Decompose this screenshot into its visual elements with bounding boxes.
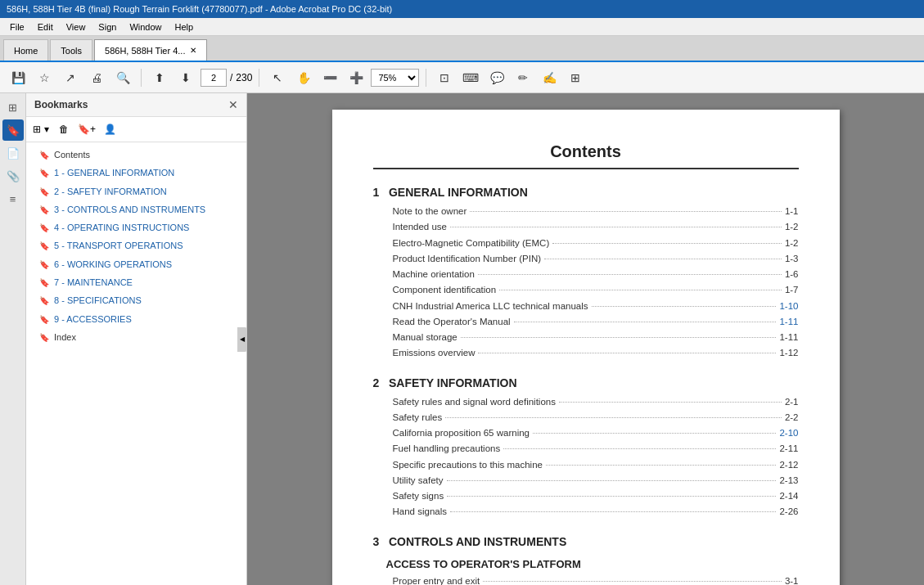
menu-bar: File Edit View Sign Window Help [0,18,924,36]
menu-view[interactable]: View [60,20,92,34]
toc-page: 1-1 [785,205,799,218]
menu-help[interactable]: Help [169,20,201,34]
toc-page: 2-11 [779,442,798,456]
pdf-content-area[interactable]: Contents 1 GENERAL INFORMATION Note to t… [247,93,924,585]
sidebar-icon-layers[interactable]: ≡ [2,188,24,209]
tab-document-label: 586H, 588H Tier 4... [105,46,185,56]
toc-dots [450,511,776,512]
bookmarks-new-btn[interactable]: 🔖+ [77,120,97,138]
menu-sign[interactable]: Sign [92,20,123,34]
bookmark-4[interactable]: 🔖 4 - OPERATING INSTRUCTIONS [26,218,246,236]
zoom-in-button[interactable]: ➕ [345,66,367,89]
toc-page: 1-3 [785,252,799,266]
share-button[interactable]: ↗ [59,66,82,89]
toc-page: 1-2 [785,236,799,250]
toc-entry: California proposition 65 warning 2-10 [373,425,799,441]
entry-text: Machine orientation [393,268,475,281]
toc-page: 2-26 [779,505,798,519]
bookmark-icon: 🔖 [39,314,49,325]
panel-wrapper: Bookmarks ✕ ⊞ ▾ 🗑 🔖+ 👤 🔖 Contents 🔖 1 - … [26,93,247,585]
search-button[interactable]: 🔍 [111,66,134,89]
sign-button[interactable]: ✍ [538,66,561,89]
sidebar-icon-attachments[interactable]: 📎 [2,165,24,187]
hand-tool[interactable]: ✋ [292,66,315,89]
toc-page: 1-12 [779,346,798,360]
total-pages: 230 [236,72,252,83]
toc-page: 1-7 [785,283,799,297]
bookmark-index[interactable]: 🔖 Index [26,328,246,346]
sidebar-icon-pages[interactable]: 📄 [2,142,24,164]
tab-tools-label: Tools [61,46,82,56]
bookmark-contents[interactable]: 🔖 Contents [26,146,246,164]
toc-entry: Read the Operator's Manual 1-11 [373,314,799,330]
bookmarks-search-btn[interactable]: 👤 [100,120,119,138]
menu-file[interactable]: File [3,20,31,34]
bookmark-add-button[interactable]: ☆ [33,66,56,89]
toc-section-1-header: 1 GENERAL INFORMATION [373,186,799,199]
tab-home[interactable]: Home [3,39,48,61]
separator-2 [259,69,259,87]
zoom-out-button[interactable]: ➖ [318,66,341,89]
page-number-input[interactable] [201,69,227,87]
bookmark-9[interactable]: 🔖 9 - ACCESSORIES [26,310,246,328]
entry-text: Hand signals [393,505,447,519]
main-layout: ⊞ 🔖 📄 📎 ≡ Bookmarks ✕ ⊞ ▾ 🗑 🔖+ 👤 🔖 Conte… [0,93,924,585]
entry-text: Intended use [393,220,448,234]
bookmark-3[interactable]: 🔖 3 - CONTROLS AND INSTRUMENTS [26,200,246,218]
bookmark-1[interactable]: 🔖 1 - GENERAL INFORMATION [26,164,246,182]
entry-text: Read the Operator's Manual [393,315,511,329]
bookmark-5[interactable]: 🔖 5 - TRANSPORT OPERATIONS [26,236,246,254]
typewriter-button[interactable]: ⌨ [459,66,482,89]
toc-entry: Product Identification Number (PIN) 1-3 [373,251,799,267]
entry-text: CNH Industrial America LLC technical man… [393,299,588,313]
sidebar-icon-bookmarks[interactable]: 🔖 [2,119,24,141]
toc-dots [552,243,782,244]
toc-entry: Intended use 1-2 [373,219,799,235]
toc-page: 2-13 [779,474,798,488]
toc-page: 2-12 [779,458,798,472]
save-button[interactable]: 💾 [7,66,29,89]
toc-entry: Fuel handling precautions 2-11 [373,441,799,457]
toc-entry: Utility safety 2-13 [373,473,799,488]
tab-close-icon[interactable]: ✕ [190,46,196,55]
bookmarks-header: Bookmarks ✕ [26,93,246,117]
menu-window[interactable]: Window [123,20,168,34]
zoom-select[interactable]: 75% 100% 125% 150% [371,69,419,87]
title-bar: 586H, 588H Tier 4B (final) Rough Terrain… [0,0,924,18]
print-button[interactable]: 🖨 [85,66,108,89]
bookmark-2[interactable]: 🔖 2 - SAFETY INFORMATION [26,182,246,200]
toc-dots [544,259,782,259]
bookmark-icon: 🔖 [39,259,49,270]
bookmarks-list: 🔖 Contents 🔖 1 - GENERAL INFORMATION 🔖 2… [26,142,246,585]
toc-entry: Safety rules and signal word definitions… [373,394,799,410]
comment-button[interactable]: 💬 [485,66,508,89]
entry-text: Electro-Magnetic Compatibility (EMC) [393,236,550,250]
bookmarks-close-icon[interactable]: ✕ [228,98,238,111]
bookmark-6[interactable]: 🔖 6 - WORKING OPERATIONS [26,255,246,273]
tab-tools[interactable]: Tools [50,39,92,61]
bookmarks-expand-btn[interactable]: ⊞ ▾ [31,120,51,138]
tab-document[interactable]: 586H, 588H Tier 4... ✕ [94,39,207,61]
prev-page-button[interactable]: ⬆ [148,66,171,89]
panel-collapse-handle[interactable]: ◀ [237,327,247,352]
sidebar-icon-tools[interactable]: ⊞ [2,97,24,118]
bookmarks-panel: Bookmarks ✕ ⊞ ▾ 🗑 🔖+ 👤 🔖 Contents 🔖 1 - … [26,93,247,585]
action-button[interactable]: ⊞ [564,66,587,89]
toc-page: 3-1 [785,574,799,586]
section-2-number: 2 [373,376,386,389]
fit-page-button[interactable]: ⊡ [433,66,456,89]
toc-dots [470,211,782,212]
next-page-button[interactable]: ⬇ [174,66,197,89]
bookmark-8[interactable]: 🔖 8 - SPECIFICATIONS [26,291,246,309]
toc-sub-header-access: ACCESS TO OPERATOR'S PLATFORM [373,558,799,570]
pointer-tool[interactable]: ↖ [266,66,289,89]
page-navigation: / 230 [201,69,252,87]
highlight-button[interactable]: ✏ [512,66,534,89]
sidebar-icons: ⊞ 🔖 📄 📎 ≡ [0,93,26,585]
section-3-number: 3 [373,535,386,548]
bookmarks-delete-btn[interactable]: 🗑 [54,120,74,138]
menu-edit[interactable]: Edit [31,20,60,34]
bookmark-7[interactable]: 🔖 7 - MAINTENANCE [26,273,246,291]
toc-page: 2-2 [785,411,799,425]
pdf-page: Contents 1 GENERAL INFORMATION Note to t… [332,110,840,585]
